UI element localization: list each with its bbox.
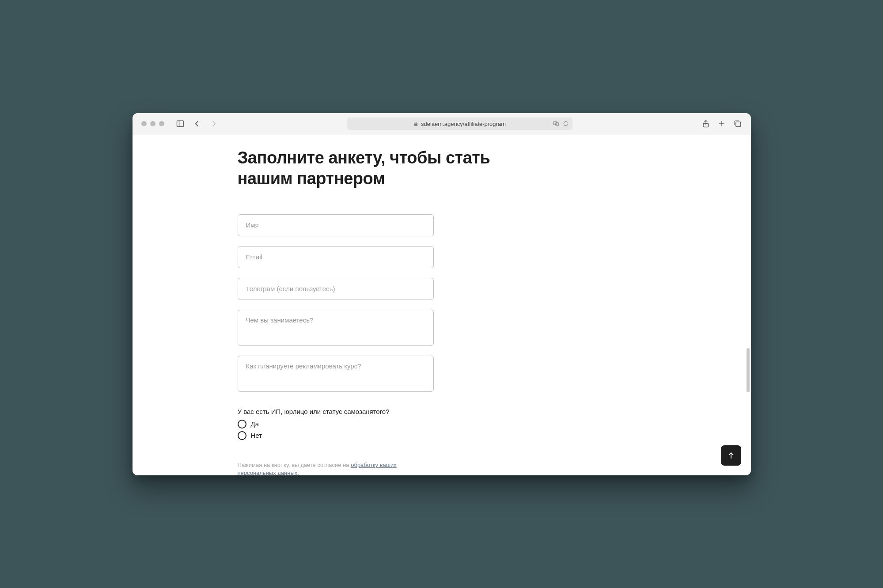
minimize-window-button[interactable] (150, 121, 155, 126)
browser-window: sdelaem.agency/affiliate-program (133, 113, 751, 475)
new-tab-icon[interactable] (717, 119, 726, 128)
lock-icon (413, 121, 418, 126)
forward-icon[interactable] (209, 119, 218, 128)
sidebar-toggle-icon[interactable] (176, 119, 185, 128)
maximize-window-button[interactable] (159, 121, 164, 126)
scrollbar-thumb[interactable] (747, 348, 750, 392)
radio-circle-icon (238, 431, 246, 440)
radio-yes-label: Да (251, 420, 259, 428)
close-window-button[interactable] (141, 121, 147, 126)
svg-rect-2 (553, 121, 557, 125)
name-input[interactable] (238, 214, 434, 236)
svg-rect-3 (555, 123, 558, 126)
radio-no-label: Нет (251, 432, 262, 439)
about-textarea[interactable] (238, 310, 434, 346)
svg-rect-7 (735, 122, 740, 127)
share-icon[interactable] (701, 119, 710, 128)
telegram-input[interactable] (238, 278, 434, 300)
reload-icon[interactable] (563, 121, 569, 127)
email-input[interactable] (238, 246, 434, 268)
address-bar[interactable]: sdelaem.agency/affiliate-program (347, 118, 572, 130)
toolbar-right (701, 119, 742, 128)
legal-status-question: У вас есть ИП, юрлицо или статус самозан… (238, 408, 434, 443)
toolbar-nav-group (172, 119, 218, 128)
page-title: Заполните анкету, чтобы стать нашим парт… (238, 148, 516, 190)
legal-question-label: У вас есть ИП, юрлицо или статус самозан… (238, 408, 434, 415)
radio-circle-icon (238, 420, 246, 429)
back-icon[interactable] (193, 119, 201, 128)
svg-rect-0 (177, 121, 183, 126)
arrow-up-icon (727, 451, 735, 460)
translate-icon[interactable] (553, 121, 559, 127)
radio-no[interactable]: Нет (238, 431, 434, 440)
consent-text: Нажимая на кнопку, вы даете согласие на … (238, 461, 423, 475)
consent-prefix: Нажимая на кнопку, вы даете согласие на (238, 462, 351, 468)
page-content: Заполните анкету, чтобы стать нашим парт… (133, 135, 751, 475)
radio-yes[interactable]: Да (238, 420, 434, 429)
address-right-icons (553, 121, 569, 127)
window-controls (141, 121, 164, 126)
partner-form: У вас есть ИП, юрлицо или статус самозан… (238, 214, 434, 475)
scroll-to-top-button[interactable] (721, 445, 741, 466)
plan-textarea[interactable] (238, 356, 434, 392)
url-text: sdelaem.agency/affiliate-program (421, 121, 506, 127)
browser-toolbar: sdelaem.agency/affiliate-program (133, 113, 751, 135)
tabs-icon[interactable] (733, 119, 742, 128)
